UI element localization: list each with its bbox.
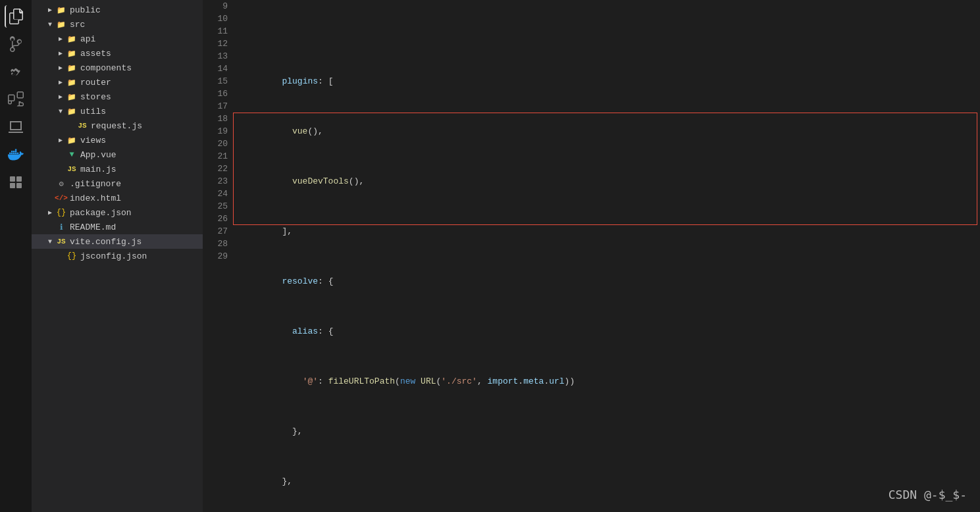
line-num-17: 17 <box>203 100 228 113</box>
html-icon-index: </> <box>55 192 67 204</box>
spacer-gitignore <box>45 178 55 189</box>
json-icon-jsconfig: {} <box>66 250 78 262</box>
collapse-arrow-components: ▶ <box>55 63 66 73</box>
spacer-app-vue <box>55 149 66 160</box>
sidebar-label-vite-config: vite.config.js <box>70 237 142 247</box>
line-num-25: 25 <box>203 200 228 213</box>
sidebar-item-stores[interactable]: ▶ 📁 stores <box>32 90 203 104</box>
line-num-10: 10 <box>203 13 228 25</box>
sidebar-item-index-html[interactable]: </> index.html <box>32 191 203 205</box>
line-num-26: 26 <box>203 213 228 225</box>
sidebar-label-index-html: index.html <box>70 193 121 203</box>
sidebar-label-request-js: request.js <box>91 121 142 131</box>
sidebar-item-app-vue[interactable]: ▼ App.vue <box>32 147 203 162</box>
editor-area: 9 10 11 12 13 14 15 16 17 18 19 20 21 22… <box>203 0 980 512</box>
sidebar-item-package-json[interactable]: ▶ {} package.json <box>32 205 203 220</box>
sidebar-label-views: views <box>80 136 106 145</box>
sidebar-item-gitignore[interactable]: ⚙ .gitignore <box>32 176 203 191</box>
spacer-request <box>66 120 76 131</box>
line-num-19: 19 <box>203 125 228 138</box>
folder-icon-api: 📁 <box>66 33 78 45</box>
sidebar-label-jsconfig-json: jsconfig.json <box>80 251 147 261</box>
sidebar-item-jsconfig-json[interactable]: {} jsconfig.json <box>32 249 203 263</box>
spacer-index-html <box>45 193 55 203</box>
line-numbers: 9 10 11 12 13 14 15 16 17 18 19 20 21 22… <box>203 0 236 512</box>
sidebar-label-src: src <box>70 20 85 30</box>
code-line-13: resolve: { <box>241 275 980 288</box>
line-num-23: 23 <box>203 175 228 188</box>
docker-icon[interactable] <box>5 143 27 166</box>
source-control-icon[interactable] <box>5 33 27 55</box>
code-line-11: vueDevTools(), <box>241 175 980 188</box>
line-num-11: 11 <box>203 25 228 38</box>
collapse-arrow-public: ▶ <box>45 5 55 15</box>
js-icon-vite: JS <box>55 236 67 247</box>
collapse-arrow-vite: ▼ <box>45 236 55 247</box>
folder-icon-utils: 📁 <box>66 105 78 117</box>
code-content[interactable]: plugins: [ vue(), vueDevTools(), ], reso… <box>236 0 980 512</box>
svg-rect-3 <box>16 183 22 188</box>
sidebar-label-api: api <box>80 34 95 44</box>
sidebar-label-main-js: main.js <box>80 165 116 174</box>
json-icon-package: {} <box>55 207 67 218</box>
run-debug-icon[interactable] <box>5 61 27 83</box>
line-num-9: 9 <box>203 0 228 13</box>
js-icon-main: JS <box>66 163 78 175</box>
line-num-29: 29 <box>203 250 228 263</box>
sidebar-label-components: components <box>80 63 132 73</box>
svg-rect-0 <box>10 176 15 182</box>
folder-icon-components: 📁 <box>66 62 78 74</box>
collapse-arrow-api: ▶ <box>55 34 66 44</box>
folder-icon-assets: 📁 <box>66 47 78 59</box>
collapse-arrow-src: ▼ <box>45 19 55 30</box>
sidebar-item-request-js[interactable]: JS request.js <box>32 118 203 133</box>
code-line-17: }, <box>241 475 980 488</box>
collapse-arrow-assets: ▶ <box>55 48 66 59</box>
code-line-10: vue(), <box>241 125 980 138</box>
sidebar-item-main-js[interactable]: JS main.js <box>32 162 203 176</box>
folder-icon-router: 📁 <box>66 76 78 88</box>
line-num-21: 21 <box>203 150 228 163</box>
code-line-12: ], <box>241 225 980 238</box>
svg-rect-2 <box>10 183 15 188</box>
sidebar-item-vite-config[interactable]: ▼ JS vite.config.js <box>32 234 203 249</box>
sidebar-item-api[interactable]: ▶ 📁 api <box>32 32 203 46</box>
md-icon-readme: ℹ <box>55 221 67 233</box>
sidebar-item-readme[interactable]: ℹ README.md <box>32 220 203 234</box>
line-num-16: 16 <box>203 88 228 100</box>
folder-icon-public: 📁 <box>55 4 67 16</box>
line-num-13: 13 <box>203 50 228 63</box>
sidebar-item-views[interactable]: ▶ 📁 views <box>32 133 203 147</box>
line-num-12: 12 <box>203 38 228 50</box>
code-container[interactable]: 9 10 11 12 13 14 15 16 17 18 19 20 21 22… <box>203 0 980 512</box>
extensions-icon[interactable] <box>5 88 27 111</box>
sidebar-item-components[interactable]: ▶ 📁 components <box>32 61 203 75</box>
sidebar-label-app-vue: App.vue <box>80 150 116 160</box>
explorer-icon[interactable] <box>5 5 27 28</box>
folder-icon-views: 📁 <box>66 134 78 146</box>
file-explorer: ▶ 📁 public ▼ 📁 src ▶ 📁 api ▶ 📁 assets ▶ … <box>32 0 203 512</box>
sidebar-label-readme: README.md <box>70 222 116 232</box>
sidebar-item-router[interactable]: ▶ 📁 router <box>32 75 203 90</box>
sidebar-item-utils[interactable]: ▼ 📁 utils <box>32 104 203 118</box>
sidebar-item-assets[interactable]: ▶ 📁 assets <box>32 46 203 61</box>
sidebar-label-router: router <box>80 78 111 88</box>
pages-icon[interactable] <box>5 171 27 193</box>
collapse-arrow-router: ▶ <box>55 77 66 88</box>
code-line-9: plugins: [ <box>241 75 980 88</box>
folder-icon-src: 📁 <box>55 18 67 30</box>
code-line-16: }, <box>241 425 980 438</box>
sidebar-label-public: public <box>70 5 101 15</box>
line-num-22: 22 <box>203 163 228 175</box>
sidebar-item-src[interactable]: ▼ 📁 src <box>32 17 203 32</box>
collapse-arrow-package: ▶ <box>45 207 55 218</box>
spacer-readme <box>45 222 55 232</box>
sidebar-item-public[interactable]: ▶ 📁 public <box>32 3 203 17</box>
vue-icon-app: ▼ <box>66 149 78 161</box>
watermark: CSDN @-$_$- <box>889 488 967 501</box>
line-num-18: 18 <box>203 113 228 125</box>
folder-icon-stores: 📁 <box>66 91 78 103</box>
git-icon-gitignore: ⚙ <box>55 178 67 190</box>
remote-icon[interactable] <box>5 116 27 138</box>
line-num-24: 24 <box>203 188 228 200</box>
